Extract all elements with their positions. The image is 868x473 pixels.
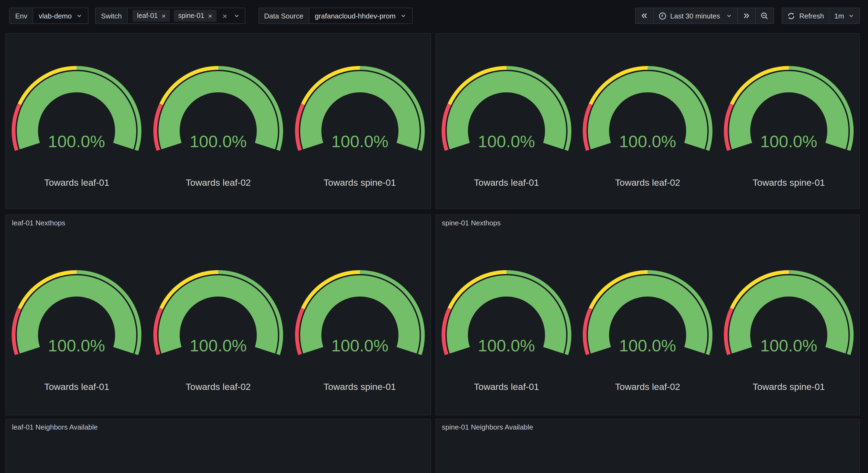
gauge-value: 100.0% (48, 336, 105, 355)
datasource-variable-control: Data Source grafanacloud-hhdev-prom (258, 8, 412, 24)
double-chevron-right-icon (743, 12, 750, 20)
gauge-arc: 100.0% (153, 65, 283, 153)
gauge-arc: 100.0% (12, 269, 142, 357)
gauge-row: 100.0% Towards leaf-01 100.0% Towards le… (436, 269, 859, 393)
env-variable-control: Env vlab-demo (9, 8, 89, 24)
chevron-down-icon (76, 12, 83, 19)
gauge-label: Towards leaf-02 (615, 178, 680, 188)
panel-title[interactable]: spine-01 Neighbors Available (436, 419, 859, 431)
gauge-label: Towards leaf-02 (186, 382, 251, 393)
gauge-value: 100.0% (478, 336, 535, 355)
gauge-arc: 100.0% (441, 65, 571, 153)
gauge-arc: 100.0% (583, 269, 713, 357)
refresh-interval-value: 1m (834, 12, 844, 20)
switch-tag-label: spine-01 (178, 12, 204, 20)
gauge-row: 100.0% Towards leaf-01 100.0% Towards le… (6, 65, 431, 188)
gauge-arc: 100.0% (441, 269, 571, 357)
gauge-label: Towards spine-01 (753, 382, 825, 393)
gauge-arc: 100.0% (723, 65, 854, 153)
panel-title[interactable]: leaf-01 Nexthops (6, 215, 431, 227)
gauge-label: Towards spine-01 (323, 382, 396, 393)
env-variable-label: Env (10, 8, 33, 23)
panel-title[interactable]: spine-01 Nexthops (436, 215, 859, 227)
gauge-row: 100.0% Towards leaf-01 100.0% Towards le… (6, 269, 431, 393)
panel-title[interactable]: leaf-01 Neighbors Available (6, 419, 431, 431)
time-shift-forward-button[interactable] (738, 8, 755, 23)
remove-tag-icon[interactable]: × (208, 12, 212, 19)
refresh-interval-picker[interactable]: 1m (829, 8, 859, 23)
gauge-label: Towards leaf-01 (44, 178, 110, 188)
refresh-sync-icon (787, 12, 796, 20)
gauge: 100.0% Towards leaf-01 (436, 65, 577, 188)
gauge: 100.0% Towards leaf-01 (6, 65, 147, 188)
switch-variable-picker[interactable]: leaf-01 × spine-01 × × (128, 8, 245, 23)
gauge-label: Towards spine-01 (753, 178, 825, 188)
refresh-label: Refresh (799, 12, 824, 20)
gauge-arc: 100.0% (294, 65, 425, 153)
time-range-label: Last 30 minutes (670, 12, 720, 20)
remove-tag-icon[interactable]: × (161, 12, 165, 19)
gauge-value: 100.0% (478, 132, 535, 151)
dashboard-toolbar: Env vlab-demo Switch leaf-01 × spine (9, 8, 860, 24)
gauge-arc: 100.0% (12, 65, 142, 153)
grafana-dashboard: Env vlab-demo Switch leaf-01 × spine (0, 0, 868, 473)
env-variable-picker[interactable]: vlab-demo (33, 8, 88, 23)
chevron-down-icon (726, 12, 733, 19)
gauge: 100.0% Towards leaf-01 (436, 269, 577, 393)
chevron-down-icon (848, 12, 855, 19)
switch-variable-label: Switch (96, 8, 128, 23)
refresh-group: Refresh 1m (782, 8, 860, 24)
panel-leaf-01-nexthops: leaf-01 Nexthops 100.0% Towards leaf-01 … (5, 214, 431, 415)
gauge-arc: 100.0% (583, 65, 713, 153)
gauge-label: Towards leaf-01 (474, 382, 539, 393)
gauge-value: 100.0% (190, 132, 247, 151)
gauge-label: Towards leaf-02 (615, 382, 680, 393)
env-variable-value: vlab-demo (39, 12, 72, 20)
clear-all-icon[interactable]: × (220, 11, 229, 20)
gauge-value: 100.0% (760, 336, 817, 355)
datasource-variable-picker[interactable]: grafanacloud-hhdev-prom (309, 8, 412, 23)
gauge-label: Towards leaf-01 (474, 178, 539, 188)
panel-spine-01-neighbors-available: spine-01 Neighbors Available (435, 419, 860, 473)
gauge: 100.0% Towards spine-01 (718, 65, 859, 188)
switch-tag-leaf-01[interactable]: leaf-01 × (133, 10, 170, 22)
time-controls: Last 30 minutes (635, 8, 860, 24)
chevron-down-icon (400, 12, 406, 19)
refresh-button[interactable]: Refresh (782, 8, 829, 23)
gauge: 100.0% Towards leaf-02 (147, 269, 289, 393)
gauge-row: 100.0% Towards leaf-01 100.0% Towards le… (436, 65, 859, 188)
gauge: 100.0% Towards leaf-01 (6, 269, 147, 393)
switch-variable-control: Switch leaf-01 × spine-01 × × (95, 8, 245, 24)
gauge-value: 100.0% (190, 336, 247, 355)
gauge: 100.0% Towards leaf-02 (577, 65, 718, 188)
gauge-value: 100.0% (48, 132, 105, 151)
gauge-value: 100.0% (619, 336, 676, 355)
gauge: 100.0% Towards spine-01 (289, 65, 431, 188)
variable-controls: Env vlab-demo Switch leaf-01 × spine (9, 8, 412, 24)
datasource-variable-value: grafanacloud-hhdev-prom (315, 12, 396, 20)
panel-gauges-right-top: 100.0% Towards leaf-01 100.0% Towards le… (435, 33, 860, 209)
gauge-arc: 100.0% (153, 269, 283, 357)
double-chevron-left-icon (640, 12, 648, 20)
gauge-arc: 100.0% (294, 269, 425, 357)
panel-gauges-left-top: 100.0% Towards leaf-01 100.0% Towards le… (5, 33, 431, 209)
gauge-value: 100.0% (331, 132, 388, 151)
time-range-picker[interactable]: Last 30 minutes (653, 8, 738, 23)
clock-icon (658, 12, 666, 20)
gauge-arc: 100.0% (723, 269, 854, 357)
gauge: 100.0% Towards spine-01 (718, 269, 859, 393)
gauge-value: 100.0% (331, 336, 388, 355)
zoom-out-button[interactable] (755, 8, 774, 23)
switch-tag-spine-01[interactable]: spine-01 × (174, 10, 216, 22)
gauge-label: Towards spine-01 (323, 178, 396, 188)
gauge-label: Towards leaf-01 (44, 382, 110, 393)
time-picker-group: Last 30 minutes (635, 8, 774, 24)
panel-leaf-01-neighbors-available: leaf-01 Neighbors Available (5, 419, 431, 473)
chevron-down-icon[interactable] (233, 12, 240, 19)
gauge: 100.0% Towards leaf-02 (577, 269, 718, 393)
switch-tag-label: leaf-01 (137, 12, 158, 20)
datasource-variable-label: Data Source (259, 8, 309, 23)
zoom-out-icon (761, 12, 769, 20)
time-shift-back-button[interactable] (636, 8, 653, 23)
gauge-label: Towards leaf-02 (186, 178, 251, 188)
